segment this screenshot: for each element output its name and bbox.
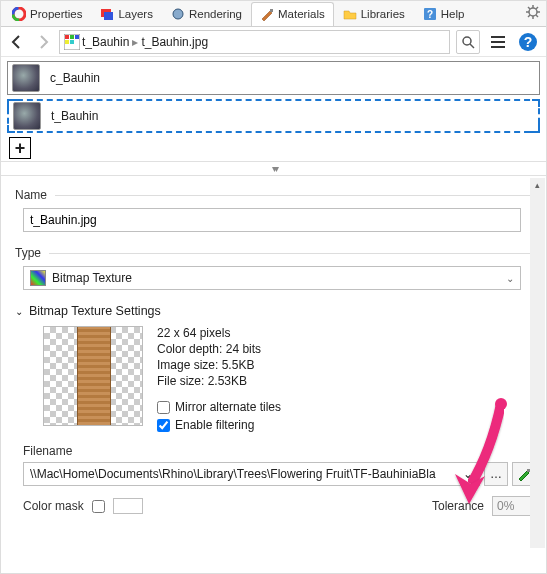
list-item-label: t_Bauhin (51, 109, 98, 123)
color-mask-swatch[interactable] (113, 498, 143, 514)
settings-label: Bitmap Texture Settings (29, 304, 161, 318)
tab-label: Libraries (361, 8, 405, 20)
type-value: Bitmap Texture (52, 271, 132, 285)
folder-icon (343, 7, 357, 21)
list-item-label: c_Bauhin (50, 71, 100, 85)
svg-point-24 (463, 37, 471, 45)
svg-text:?: ? (427, 9, 433, 20)
type-select[interactable]: Bitmap Texture ⌄ (23, 266, 521, 290)
bitmap-icon (64, 34, 80, 50)
meta-image-size: Image size: 5.5KB (157, 358, 281, 372)
svg-line-15 (536, 15, 538, 17)
browse-file-button[interactable]: … (484, 462, 508, 486)
splitter-handle[interactable]: ▾▾ (1, 161, 546, 175)
back-button[interactable] (7, 32, 27, 52)
color-mask-checkbox[interactable] (92, 500, 105, 513)
bitmap-settings-header[interactable]: ⌄ Bitmap Texture Settings (15, 304, 536, 318)
add-material-button[interactable]: + (9, 137, 31, 159)
chevron-down-icon: ⌄ (506, 273, 514, 284)
ellipsis-icon: … (490, 467, 502, 481)
tab-rendering[interactable]: Rendering (162, 2, 251, 26)
material-list: c_Bauhin t_Bauhin + (1, 57, 546, 161)
svg-line-16 (536, 7, 538, 9)
svg-rect-21 (75, 35, 79, 39)
material-thumbnail (12, 64, 40, 92)
tab-label: Help (441, 8, 465, 20)
layers-icon (100, 7, 114, 21)
search-button[interactable] (456, 30, 480, 54)
tab-materials[interactable]: Materials (251, 2, 334, 26)
rainbow-circle-icon (12, 7, 26, 21)
chevron-right-icon: ▸ (131, 35, 139, 49)
filename-value: \\Mac\Home\Documents\Rhino\Library\Trees… (30, 467, 436, 481)
tab-label: Rendering (189, 8, 242, 20)
svg-rect-20 (70, 35, 74, 39)
svg-line-17 (528, 15, 530, 17)
svg-text:?: ? (524, 34, 533, 50)
render-icon (171, 7, 185, 21)
svg-line-14 (528, 7, 530, 9)
help-tab-icon: ? (423, 7, 437, 21)
tab-label: Layers (118, 8, 153, 20)
color-mask-label: Color mask (23, 499, 84, 513)
tab-layers[interactable]: Layers (91, 2, 162, 26)
svg-rect-23 (70, 40, 74, 44)
type-section-label: Type (15, 246, 41, 260)
svg-line-25 (470, 44, 474, 48)
tab-help[interactable]: ? Help (414, 2, 474, 26)
nav-bar: t_Bauhin ▸ t_Bauhin.jpg ? (1, 27, 546, 57)
filename-select[interactable]: \\Mac\Home\Documents\Rhino\Library\Trees… (23, 462, 480, 486)
scrollbar[interactable]: ▴ (530, 178, 545, 548)
svg-rect-4 (104, 12, 113, 20)
chevron-down-icon: ⌄ (15, 306, 23, 317)
svg-rect-19 (65, 35, 69, 39)
pencil-icon (517, 467, 531, 481)
chevron-down-icon: ⌄ (463, 467, 473, 481)
properties-panel: ▴ Name Type Bitmap Texture ⌄ ⌄ Bitmap Te… (1, 175, 546, 555)
crumb-root[interactable]: t_Bauhin (82, 35, 129, 49)
tab-libraries[interactable]: Libraries (334, 2, 414, 26)
meta-file-size: File size: 2.53KB (157, 374, 281, 388)
forward-button[interactable] (33, 32, 53, 52)
tolerance-label: Tolerance (432, 499, 484, 513)
enable-filtering-checkbox[interactable]: Enable filtering (157, 418, 281, 432)
material-thumbnail (13, 102, 41, 130)
name-section-label: Name (15, 188, 47, 202)
filename-label: Filename (23, 444, 72, 458)
panel-options-button[interactable] (522, 5, 544, 22)
help-button[interactable]: ? (516, 30, 540, 54)
hamburger-menu-button[interactable] (486, 30, 510, 54)
mirror-tiles-checkbox[interactable]: Mirror alternate tiles (157, 400, 281, 414)
meta-dimensions: 22 x 64 pixels (157, 326, 281, 340)
tab-label: Properties (30, 8, 82, 20)
panel-tabs: Properties Layers Rendering Materials Li… (1, 1, 546, 27)
svg-rect-22 (65, 40, 69, 44)
breadcrumb[interactable]: t_Bauhin ▸ t_Bauhin.jpg (59, 30, 450, 54)
name-input[interactable] (23, 208, 521, 232)
bitmap-type-icon (30, 270, 46, 286)
svg-point-9 (529, 8, 537, 16)
meta-color-depth: Color depth: 24 bits (157, 342, 281, 356)
svg-point-5 (173, 9, 183, 19)
brush-icon (260, 7, 274, 21)
list-item[interactable]: t_Bauhin (7, 99, 540, 133)
list-item[interactable]: c_Bauhin (7, 61, 540, 95)
crumb-leaf[interactable]: t_Bauhin.jpg (141, 35, 208, 49)
tab-properties[interactable]: Properties (3, 2, 91, 26)
tab-label: Materials (278, 8, 325, 20)
svg-rect-6 (270, 9, 273, 12)
texture-preview (43, 326, 143, 426)
